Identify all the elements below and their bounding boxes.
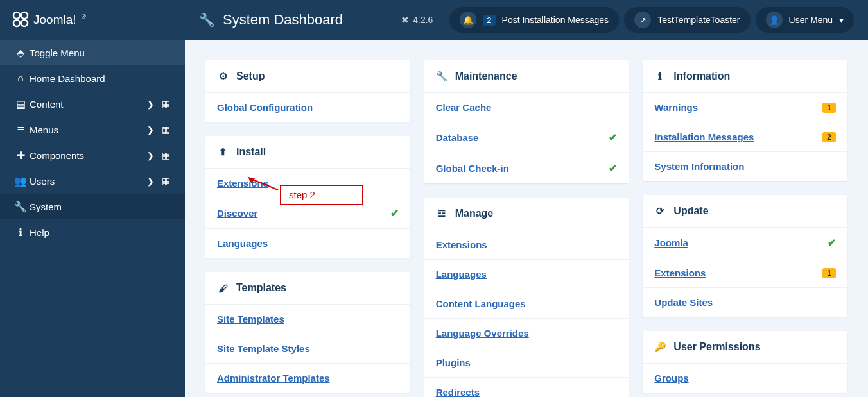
card-header-manage: ☲Manage [424, 198, 629, 230]
link-update-sites[interactable]: Update Sites [654, 297, 836, 308]
puzzle-icon: ✚ [12, 149, 30, 162]
setup-icon: ⚙ [217, 71, 229, 82]
card-title: Manage [455, 208, 494, 219]
card-row: Language Overrides [424, 318, 629, 348]
list-icon: ≣ [12, 124, 30, 136]
link-global-configuration[interactable]: Global Configuration [217, 102, 399, 113]
sidebar-item-label: Users [30, 176, 143, 187]
link-administrator-templates[interactable]: Administrator Templates [217, 373, 399, 384]
permissions-icon: 🔑 [654, 341, 666, 353]
card-title: Templates [236, 282, 286, 294]
card-title: Install [236, 146, 266, 158]
card-setup: ⚙SetupGlobal Configuration [205, 60, 410, 122]
link-system-information[interactable]: System Information [654, 161, 836, 172]
card-header-install: ⬆Install [205, 136, 410, 168]
card-maintenance: 🔧MaintenanceClear CacheDatabase✔Global C… [424, 60, 629, 183]
card-templates: 🖌TemplatesSite TemplatesSite Template St… [205, 272, 410, 393]
card-header-templates: 🖌Templates [205, 272, 410, 304]
card-header-maintenance: 🔧Maintenance [424, 60, 629, 92]
toggle-menu-button[interactable]: ⬘ Toggle Menu [0, 40, 185, 65]
link-clear-cache[interactable]: Clear Cache [436, 102, 618, 113]
card-row: Site Template Styles [205, 334, 410, 363]
bell-icon: 🔔 [460, 12, 476, 28]
grid-icon[interactable]: ▦ [158, 150, 173, 160]
svg-point-0 [13, 12, 20, 19]
page-title: 🔧 System Dashboard [199, 12, 343, 28]
page-title-text: System Dashboard [223, 12, 343, 28]
user-icon: 👤 [766, 12, 783, 28]
card-title: Setup [236, 71, 265, 82]
card-manage: ☲ManageExtensionsLanguagesContent Langua… [424, 198, 629, 397]
count-badge: 1 [822, 268, 836, 278]
link-extensions[interactable]: Extensions [654, 267, 822, 278]
link-extensions[interactable]: Extensions [436, 239, 618, 250]
grid-icon[interactable]: ▦ [158, 124, 173, 135]
tachometer-icon: ⌂ [12, 72, 30, 84]
check-icon: ✔ [828, 237, 836, 249]
link-languages[interactable]: Languages [217, 238, 399, 249]
sidebar-item-help[interactable]: ℹHelp [0, 219, 185, 245]
chevron-right-icon: ❯ [143, 125, 158, 135]
link-groups[interactable]: Groups [654, 373, 836, 384]
link-database[interactable]: Database [436, 132, 609, 143]
card-row: Warnings1 [643, 92, 847, 122]
card-header-information: ℹInformation [643, 60, 847, 92]
card-row: Discover✔ [205, 198, 410, 228]
sidebar-item-content[interactable]: ▤Content❯▦ [0, 91, 185, 117]
brand-logo[interactable]: Joomla! ® [0, 0, 185, 40]
card-row: Plugins [424, 348, 629, 377]
sidebar-item-menus[interactable]: ≣Menus❯▦ [0, 117, 185, 142]
link-warnings[interactable]: Warnings [654, 102, 822, 113]
link-plugins[interactable]: Plugins [436, 357, 618, 368]
card-row: Groups [643, 363, 847, 393]
chevron-right-icon: ❯ [143, 99, 158, 109]
wrench-icon: 🔧 [199, 12, 215, 28]
card-row: System Information [643, 151, 847, 181]
card-row: Redirects [424, 377, 629, 397]
card-row: Update Sites [643, 287, 847, 317]
sidebar-item-label: Help [30, 227, 158, 238]
chevron-right-icon: ❯ [143, 176, 158, 186]
card-row: Global Configuration [205, 92, 410, 122]
card-header-setup: ⚙Setup [205, 60, 410, 92]
joomla-small-icon: ✖ [401, 15, 409, 25]
user-menu-button[interactable]: 👤 User Menu ▾ [756, 7, 854, 33]
grid-icon[interactable]: ▦ [158, 176, 173, 186]
external-link-icon: ↗ [634, 12, 651, 28]
link-joomla[interactable]: Joomla [654, 237, 828, 248]
version-indicator[interactable]: ✖ 4.2.6 [401, 15, 433, 25]
card-row: Site Templates [205, 304, 410, 334]
grid-icon[interactable]: ▦ [158, 99, 173, 109]
sidebar-item-components[interactable]: ✚Components❯▦ [0, 142, 185, 168]
install-icon: ⬆ [217, 146, 229, 158]
link-global-check-in[interactable]: Global Check-in [436, 163, 609, 174]
link-extensions[interactable]: Extensions [217, 178, 399, 189]
information-icon: ℹ [654, 71, 666, 82]
link-discover[interactable]: Discover [217, 208, 390, 219]
link-languages[interactable]: Languages [436, 269, 618, 280]
sidebar-item-system[interactable]: 🔧System [0, 194, 185, 219]
link-redirects[interactable]: Redirects [436, 387, 618, 397]
card-row: Clear Cache [424, 92, 629, 122]
manage-icon: ☲ [436, 208, 447, 219]
post-install-messages-button[interactable]: 🔔 2 Post Installation Messages [449, 7, 619, 33]
card-row: Installation Messages2 [643, 122, 847, 151]
card-title: User Permissions [673, 341, 760, 353]
sidebar-item-users[interactable]: 👥Users❯▦ [0, 168, 185, 194]
card-header-update: ⟳Update [643, 195, 847, 227]
file-icon: ▤ [12, 98, 30, 110]
link-language-overrides[interactable]: Language Overrides [436, 328, 618, 339]
card-header-permissions: 🔑User Permissions [643, 331, 847, 363]
link-site-template-styles[interactable]: Site Template Styles [217, 343, 399, 354]
link-site-templates[interactable]: Site Templates [217, 314, 399, 325]
chevron-right-icon: ❯ [143, 151, 158, 160]
sidebar-item-label: Components [30, 150, 143, 161]
svg-text:Joomla!: Joomla! [33, 13, 76, 26]
card-information: ℹInformationWarnings1Installation Messag… [643, 60, 847, 181]
card-row: Extensions [205, 168, 410, 198]
link-installation-messages[interactable]: Installation Messages [654, 131, 822, 142]
sidebar-item-home-dashboard[interactable]: ⌂Home Dashboard [0, 65, 185, 91]
link-content-languages[interactable]: Content Languages [436, 298, 618, 309]
template-toaster-button[interactable]: ↗ TestTemplateToaster [624, 7, 750, 33]
templates-icon: 🖌 [217, 283, 229, 294]
